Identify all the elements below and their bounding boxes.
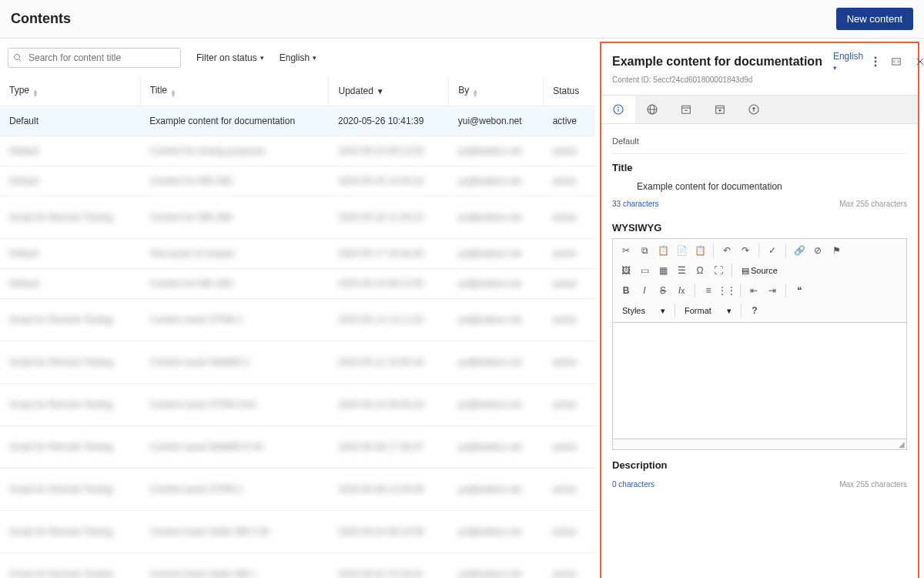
spellcheck-icon[interactable]: ✓ [764, 242, 781, 259]
tab-calendar-minus[interactable] [669, 96, 703, 123]
cell-title: Example content for documentation [140, 106, 329, 136]
table-row[interactable]: Script for Remote TestingContent asset S… [0, 468, 595, 510]
redo-icon[interactable]: ↷ [737, 242, 754, 259]
format-dropdown[interactable]: Format▾ [680, 302, 736, 319]
sort-icon: ▲▼ [170, 90, 176, 98]
undo-icon[interactable]: ↶ [718, 242, 735, 259]
chevron-down-icon: ▾ [833, 64, 837, 72]
table-row[interactable]: Script for Remote TestingContent asset W… [0, 341, 595, 383]
numberedlist-icon[interactable]: ≡ [700, 282, 717, 299]
char-max: Max 255 characters [839, 200, 907, 208]
styles-dropdown[interactable]: Styles▾ [618, 302, 670, 319]
source-button[interactable]: ▤ Source [737, 266, 782, 276]
table-row[interactable]: DefaultContent for MB UBA2020-05-16 08:2… [0, 268, 595, 298]
table-row[interactable]: Script for Remote TestingContent lower f… [0, 510, 595, 553]
cut-icon[interactable]: ✂ [618, 242, 634, 259]
cell-status: active [544, 106, 595, 136]
search-icon [13, 53, 22, 62]
image-icon[interactable]: 🖼 [618, 262, 634, 279]
search-input[interactable] [8, 48, 181, 68]
cell-type: Default [0, 106, 140, 136]
embed-icon[interactable]: ▭ [636, 262, 653, 279]
bold-icon[interactable]: B [618, 282, 634, 299]
table-row[interactable]: Script for Remote TestingContent for MB … [0, 196, 595, 238]
sort-down-icon: ▼ [377, 87, 384, 96]
char-count: 33 characters [612, 200, 659, 208]
page-title: Contents [11, 11, 71, 27]
table-row[interactable]: DefaultContent for MB UBA2020-05-20 14:3… [0, 166, 595, 196]
table-row[interactable]: DefaultTest asset of module2020-05-17 16… [0, 238, 595, 268]
language-label: English [280, 52, 310, 63]
language-dropdown[interactable]: English ▾ [280, 52, 316, 63]
editor-textarea[interactable] [613, 323, 906, 439]
paste-word-icon[interactable]: 📋 [691, 242, 708, 259]
specialchar-icon[interactable]: Ω [691, 262, 708, 279]
removeformat-icon[interactable]: Ix [673, 282, 690, 299]
table-row[interactable]: DefaultContent for testing purposes2020-… [0, 136, 595, 166]
col-status: Status [544, 77, 595, 106]
table-row[interactable]: Script for Remote TestingContent asset S… [0, 383, 595, 425]
tab-calendar-plus[interactable] [703, 96, 737, 123]
indent-icon[interactable]: ⇥ [764, 282, 781, 299]
panel-language-dropdown[interactable]: English ▾ [833, 51, 863, 72]
desc-char-count: 0 characters [612, 480, 654, 489]
table-row[interactable]: Script for Remote TestingContent asset S… [0, 298, 595, 341]
help-icon[interactable]: ? [746, 302, 763, 319]
col-type[interactable]: Type▲▼ [0, 77, 140, 106]
table-row[interactable]: Default Example content for documentatio… [0, 106, 595, 136]
svg-point-10 [618, 107, 619, 108]
paste-text-icon[interactable]: 📄 [673, 242, 690, 259]
new-content-button[interactable]: New content [836, 8, 913, 30]
page-header: Contents New content [0, 0, 924, 39]
tab-share[interactable] [737, 96, 771, 123]
anchor-icon[interactable]: ⚑ [828, 242, 845, 259]
desc-char-max: Max 255 characters [839, 480, 907, 489]
svg-point-4 [875, 65, 877, 67]
search-wrap [8, 48, 181, 68]
italic-icon[interactable]: I [636, 282, 653, 299]
table-row[interactable]: Script for Remote TestingContent lower f… [0, 553, 595, 578]
panel-title: Example content for documentation [612, 55, 822, 69]
tab-globe[interactable] [635, 96, 669, 123]
copy-icon[interactable]: ⧉ [636, 242, 653, 259]
hr-icon[interactable]: ☰ [673, 262, 690, 279]
table-row[interactable]: Script for Remote TestingContent asset W… [0, 425, 595, 468]
col-title[interactable]: Title▲▼ [140, 77, 329, 106]
cell-updated: 2020-05-26 10:41:39 [329, 106, 449, 136]
section-label: Default [612, 132, 907, 150]
tab-info[interactable] [601, 96, 635, 123]
table-icon[interactable]: ▦ [654, 262, 671, 279]
outdent-icon[interactable]: ⇤ [745, 282, 762, 299]
svg-point-3 [875, 61, 877, 63]
content-table: Type▲▼ Title▲▼ Updated▼ By▲▼ Status Defa… [0, 77, 595, 578]
sort-icon: ▲▼ [32, 90, 38, 98]
title-field-label: Title [612, 153, 907, 178]
svg-point-0 [15, 55, 20, 60]
chevron-down-icon: ▾ [313, 54, 316, 62]
maximize-icon[interactable]: ⛶ [710, 262, 727, 279]
description-label: Description [612, 450, 907, 476]
paste-icon[interactable]: 📋 [654, 242, 671, 259]
detail-panel: Example content for documentation Englis… [600, 42, 919, 578]
filter-status-label: Filter on status [196, 52, 257, 63]
wysiwyg-label: WYSIWYG [612, 213, 907, 238]
more-icon[interactable] [874, 56, 877, 67]
strike-icon[interactable]: S [654, 282, 671, 299]
blockquote-icon[interactable]: ❝ [791, 282, 808, 299]
svg-rect-14 [682, 106, 691, 113]
tab-strip [601, 95, 918, 124]
expand-icon[interactable] [891, 56, 902, 67]
editor-toolbar: ✂ ⧉ 📋 📄 📋 ↶ ↷ ✓ 🔗 ⊘ ⚑ [613, 239, 906, 323]
content-id: Content ID: 5eccf24cd601800001843d9d [612, 76, 907, 84]
chevron-down-icon: ▾ [260, 54, 264, 62]
unlink-icon[interactable]: ⊘ [809, 242, 826, 259]
close-icon[interactable] [916, 57, 924, 66]
resize-handle[interactable]: ◢ [613, 439, 906, 449]
filter-status-dropdown[interactable]: Filter on status ▾ [196, 52, 264, 63]
col-updated[interactable]: Updated▼ [329, 77, 449, 106]
title-field-value[interactable]: Example content for documentation [612, 178, 907, 195]
bulletedlist-icon[interactable]: ⋮⋮ [718, 282, 735, 299]
col-by[interactable]: By▲▼ [449, 77, 544, 106]
cell-by: yui@webon.net [449, 106, 544, 136]
link-icon[interactable]: 🔗 [791, 242, 808, 259]
